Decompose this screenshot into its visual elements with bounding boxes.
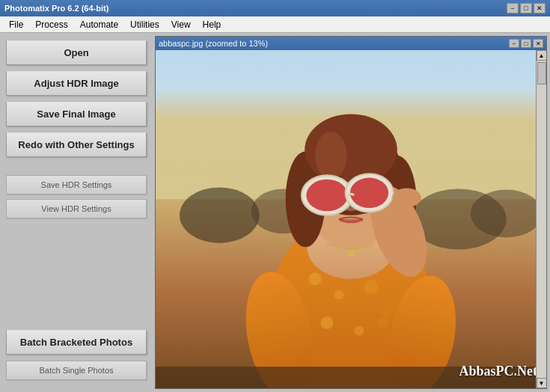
scroll-thumb[interactable] (537, 62, 546, 85)
open-button[interactable]: Open (6, 40, 147, 65)
adjust-hdr-button[interactable]: Adjust HDR Image (6, 71, 147, 96)
image-minimize-button[interactable]: − (509, 39, 519, 48)
window-controls: − □ ✕ (507, 3, 546, 13)
save-final-button[interactable]: Save Final Image (6, 102, 147, 126)
watermark: AbbasPC.Net (459, 364, 537, 379)
svg-point-10 (381, 305, 392, 316)
svg-point-5 (471, 190, 543, 238)
svg-point-36 (348, 251, 355, 257)
image-close-button[interactable]: ✕ (533, 39, 543, 48)
menu-help[interactable]: Help (197, 18, 227, 31)
maximize-button[interactable]: □ (520, 3, 532, 13)
svg-point-8 (334, 290, 344, 300)
svg-point-31 (306, 180, 347, 212)
view-hdr-settings-button[interactable]: View HDR Settings (6, 199, 147, 218)
image-title-bar: abbaspc.jpg (zoomed to 13%) − □ ✕ (156, 37, 546, 50)
scroll-down-arrow[interactable]: ▼ (537, 378, 547, 388)
sidebar: Open Adjust HDR Image Save Final Image R… (0, 33, 153, 392)
main-container: Open Adjust HDR Image Save Final Image R… (0, 33, 550, 392)
close-button[interactable]: ✕ (534, 3, 546, 13)
menu-file[interactable]: File (3, 18, 29, 31)
menu-process[interactable]: Process (29, 18, 73, 31)
svg-point-2 (180, 187, 260, 243)
redo-button[interactable]: Redo with Other Settings (6, 132, 147, 157)
svg-point-13 (377, 317, 388, 328)
image-area: abbaspc.jpg (zoomed to 13%) − □ ✕ (153, 33, 550, 392)
title-bar: Photomatix Pro 6.2 (64-bit) − □ ✕ (0, 0, 550, 16)
save-hdr-settings-button[interactable]: Save HDR Settings (6, 175, 147, 195)
menu-bar: File Process Automate Utilities View Hel… (0, 16, 550, 33)
image-content: AbbasPC.Net ▲ ▼ (156, 50, 546, 388)
scroll-up-arrow[interactable]: ▲ (537, 50, 547, 61)
scrollbar[interactable]: ▲ ▼ (536, 50, 546, 388)
menu-view[interactable]: View (165, 18, 197, 31)
batch-single-button[interactable]: Batch Single Photos (6, 361, 147, 380)
svg-point-35 (392, 188, 421, 207)
photo-svg (156, 50, 546, 388)
menu-automate[interactable]: Automate (74, 18, 124, 31)
app-title: Photomatix Pro 6.2 (64-bit) (4, 4, 109, 13)
minimize-button[interactable]: − (507, 3, 519, 13)
svg-point-11 (321, 316, 334, 329)
image-window: abbaspc.jpg (zoomed to 13%) − □ ✕ (155, 36, 547, 389)
svg-point-9 (364, 280, 378, 294)
svg-point-12 (354, 326, 364, 336)
image-maximize-button[interactable]: □ (521, 39, 531, 48)
svg-point-21 (315, 132, 347, 180)
batch-bracketed-button[interactable]: Batch Bracketed Photos (6, 330, 147, 355)
svg-point-7 (309, 272, 322, 285)
image-title: abbaspc.jpg (zoomed to 13%) (159, 39, 268, 48)
svg-point-33 (350, 178, 388, 208)
menu-utilities[interactable]: Utilities (124, 18, 165, 31)
image-window-controls: − □ ✕ (509, 39, 543, 48)
